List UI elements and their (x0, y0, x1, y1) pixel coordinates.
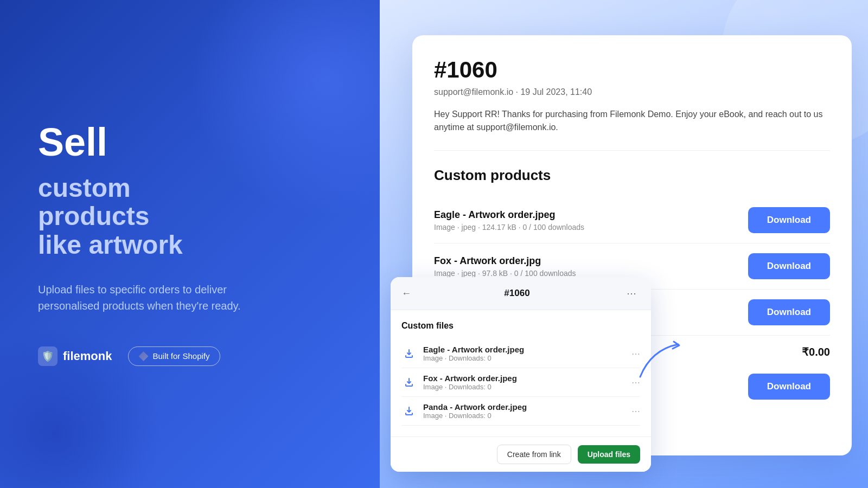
file-left-3: Panda - Artwork order.jpeg Image · Downl… (401, 402, 527, 420)
order-meta: support@filemonk.io · 19 Jul 2023, 11:40 (434, 87, 830, 97)
description-text: Upload files to specific orders to deliv… (38, 281, 282, 314)
file-left-1: Eagle - Artwork order.jpeg Image · Downl… (401, 345, 524, 362)
create-link-button[interactable]: Create from link (497, 445, 571, 464)
brand-logo: 🛡️ filemonk (38, 346, 112, 366)
shopify-badge[interactable]: Built for Shopify (128, 346, 220, 366)
download-button-last[interactable]: Download (748, 374, 830, 400)
download-button-2[interactable]: Download (748, 253, 830, 279)
product-info-1: Eagle - Artwork order.jpeg Image · jpeg … (434, 209, 584, 232)
back-arrow-icon: ← (401, 288, 411, 299)
shopify-badge-label: Built for Shopify (152, 351, 209, 361)
file-type-3: Image · Downloads: 0 (423, 412, 527, 420)
files-label: Custom files (401, 321, 640, 331)
headline: Sell custom products like artwork (38, 122, 342, 281)
price-amount: ₹0.00 (802, 345, 830, 358)
file-type-2: Image · Downloads: 0 (423, 383, 517, 391)
file-download-icon-2 (401, 375, 417, 390)
arrow-decoration (635, 339, 689, 382)
brand-icon: 🛡️ (38, 346, 58, 366)
card-menu-button[interactable]: ⋯ (623, 285, 640, 302)
brand-name: filemonk (63, 349, 112, 363)
section-title: Custom products (434, 167, 830, 184)
file-name-2: Fox - Artwork order.jpeg (423, 374, 517, 383)
file-download-icon-3 (401, 403, 417, 419)
front-order-card: ← #1060 ⋯ Custom files Eagle - Artwork o… (391, 277, 651, 472)
front-card-footer: Create from link Upload files (391, 436, 651, 472)
file-row-1: Eagle - Artwork order.jpeg Image · Downl… (401, 339, 640, 368)
front-card-header: ← #1060 ⋯ (391, 277, 651, 310)
file-info-1: Eagle - Artwork order.jpeg Image · Downl… (423, 345, 524, 362)
product-info-2: Fox - Artwork order.jpg Image · jpeg · 9… (434, 255, 576, 278)
download-button-3[interactable]: Download (748, 299, 830, 325)
file-name-1: Eagle - Artwork order.jpeg (423, 345, 524, 354)
product-name-2: Fox - Artwork order.jpg (434, 255, 576, 267)
back-button[interactable]: ← (401, 288, 411, 299)
footer-row: 🛡️ filemonk Built for Shopify (38, 346, 342, 366)
file-row-2: Fox - Artwork order.jpeg Image · Downloa… (401, 368, 640, 397)
upload-files-button[interactable]: Upload files (578, 445, 640, 464)
file-info-3: Panda - Artwork order.jpeg Image · Downl… (423, 402, 527, 420)
order-message: Hey Support RR! Thanks for purchasing fr… (434, 108, 830, 151)
product-name-1: Eagle - Artwork order.jpeg (434, 209, 584, 221)
file-row-3: Panda - Artwork order.jpeg Image · Downl… (401, 397, 640, 426)
file-type-1: Image · Downloads: 0 (423, 354, 524, 362)
product-meta-2: Image · jpeg · 97.8 kB · 0 / 100 downloa… (434, 269, 576, 278)
front-card-body: Custom files Eagle - Artwork order.jpeg … (391, 310, 651, 436)
file-left-2: Fox - Artwork order.jpeg Image · Downloa… (401, 374, 517, 391)
download-button-1[interactable]: Download (748, 207, 830, 233)
product-meta-1: Image · jpeg · 124.17 kB · 0 / 100 downl… (434, 223, 584, 232)
file-download-icon-1 (401, 346, 417, 361)
order-number: #1060 (434, 57, 830, 83)
shopify-diamond-icon (138, 351, 148, 361)
product-row-1: Eagle - Artwork order.jpeg Image · jpeg … (434, 197, 830, 243)
right-panel: #1060 support@filemonk.io · 19 Jul 2023,… (380, 0, 868, 488)
file-info-2: Fox - Artwork order.jpeg Image · Downloa… (423, 374, 517, 391)
left-panel: Sell custom products like artwork Upload… (0, 0, 380, 488)
file-menu-3[interactable]: ⋯ (631, 406, 640, 416)
card-order-id: #1060 (504, 288, 529, 299)
file-name-3: Panda - Artwork order.jpeg (423, 402, 527, 412)
